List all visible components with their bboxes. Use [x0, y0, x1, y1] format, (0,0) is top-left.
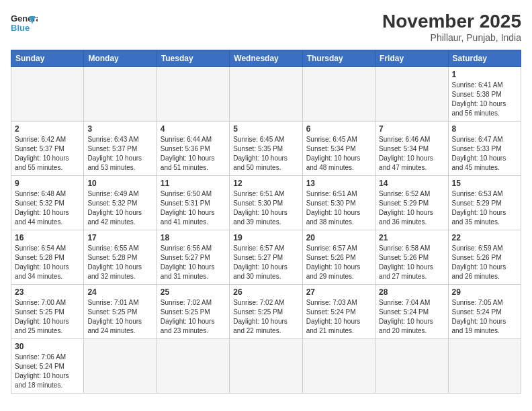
day-number: 20 — [306, 233, 371, 242]
day-info: Sunrise: 6:58 AM Sunset: 5:26 PM Dayligh… — [379, 244, 444, 281]
calendar-cell — [84, 339, 157, 394]
day-number: 2 — [15, 124, 80, 134]
day-info: Sunrise: 6:52 AM Sunset: 5:29 PM Dayligh… — [379, 189, 444, 227]
calendar-cell: 16Sunrise: 6:54 AM Sunset: 5:28 PM Dayli… — [11, 230, 84, 285]
calendar-cell — [230, 67, 302, 122]
day-info: Sunrise: 7:00 AM Sunset: 5:25 PM Dayligh… — [15, 298, 80, 336]
calendar-cell: 6Sunrise: 6:45 AM Sunset: 5:34 PM Daylig… — [302, 122, 375, 176]
day-number: 3 — [87, 124, 152, 134]
title-block: November 2025 Phillaur, Punjab, India — [382, 11, 521, 43]
day-info: Sunrise: 7:01 AM Sunset: 5:25 PM Dayligh… — [87, 298, 152, 336]
day-info: Sunrise: 7:02 AM Sunset: 5:25 PM Dayligh… — [233, 298, 298, 336]
calendar-cell — [157, 339, 229, 394]
calendar-cell — [230, 339, 302, 394]
day-info: Sunrise: 7:06 AM Sunset: 5:24 PM Dayligh… — [15, 353, 80, 390]
day-number: 1 — [452, 70, 517, 79]
weekday-header-tuesday: Tuesday — [157, 50, 229, 67]
calendar-cell: 30Sunrise: 7:06 AM Sunset: 5:24 PM Dayli… — [11, 339, 84, 394]
calendar-cell: 18Sunrise: 6:56 AM Sunset: 5:27 PM Dayli… — [157, 230, 229, 285]
calendar-cell: 1Sunrise: 6:41 AM Sunset: 5:38 PM Daylig… — [448, 67, 521, 122]
day-number: 28 — [379, 287, 444, 297]
calendar-cell: 13Sunrise: 6:51 AM Sunset: 5:30 PM Dayli… — [302, 176, 375, 230]
day-number: 9 — [15, 179, 80, 188]
day-number: 29 — [452, 287, 517, 297]
calendar-cell: 15Sunrise: 6:53 AM Sunset: 5:29 PM Dayli… — [448, 176, 521, 230]
calendar-cell — [11, 67, 84, 122]
weekday-header-friday: Friday — [375, 50, 448, 67]
calendar-cell: 4Sunrise: 6:44 AM Sunset: 5:36 PM Daylig… — [157, 122, 229, 176]
day-number: 19 — [233, 233, 298, 242]
location-subtitle: Phillaur, Punjab, India — [382, 32, 521, 43]
calendar-cell: 26Sunrise: 7:02 AM Sunset: 5:25 PM Dayli… — [230, 285, 302, 339]
calendar-header-row: SundayMondayTuesdayWednesdayThursdayFrid… — [11, 50, 521, 67]
calendar-cell — [157, 67, 229, 122]
calendar-cell: 28Sunrise: 7:04 AM Sunset: 5:24 PM Dayli… — [375, 285, 448, 339]
day-info: Sunrise: 6:43 AM Sunset: 5:37 PM Dayligh… — [87, 135, 152, 173]
logo-icon: General Blue — [11, 11, 38, 35]
calendar-cell — [302, 67, 375, 122]
day-number: 22 — [452, 233, 517, 242]
day-info: Sunrise: 6:57 AM Sunset: 5:27 PM Dayligh… — [233, 244, 298, 281]
weekday-header-monday: Monday — [84, 50, 157, 67]
day-number: 27 — [306, 287, 371, 297]
calendar-cell: 7Sunrise: 6:46 AM Sunset: 5:34 PM Daylig… — [375, 122, 448, 176]
month-year-title: November 2025 — [382, 11, 521, 32]
day-info: Sunrise: 6:42 AM Sunset: 5:37 PM Dayligh… — [15, 135, 80, 173]
day-info: Sunrise: 6:49 AM Sunset: 5:32 PM Dayligh… — [87, 189, 152, 227]
day-info: Sunrise: 6:45 AM Sunset: 5:34 PM Dayligh… — [306, 135, 371, 173]
day-number: 15 — [452, 179, 517, 188]
day-number: 6 — [306, 124, 371, 134]
day-number: 30 — [15, 342, 80, 351]
day-info: Sunrise: 6:53 AM Sunset: 5:29 PM Dayligh… — [452, 189, 517, 227]
day-info: Sunrise: 6:51 AM Sunset: 5:30 PM Dayligh… — [233, 189, 298, 227]
day-info: Sunrise: 6:46 AM Sunset: 5:34 PM Dayligh… — [379, 135, 444, 173]
calendar-cell — [84, 67, 157, 122]
day-number: 26 — [233, 287, 298, 297]
calendar-cell: 19Sunrise: 6:57 AM Sunset: 5:27 PM Dayli… — [230, 230, 302, 285]
day-info: Sunrise: 6:47 AM Sunset: 5:33 PM Dayligh… — [452, 135, 517, 173]
calendar-cell: 5Sunrise: 6:45 AM Sunset: 5:35 PM Daylig… — [230, 122, 302, 176]
day-info: Sunrise: 6:45 AM Sunset: 5:35 PM Dayligh… — [233, 135, 298, 173]
day-info: Sunrise: 6:48 AM Sunset: 5:32 PM Dayligh… — [15, 189, 80, 227]
day-info: Sunrise: 7:02 AM Sunset: 5:25 PM Dayligh… — [161, 298, 226, 336]
calendar-cell: 17Sunrise: 6:55 AM Sunset: 5:28 PM Dayli… — [84, 230, 157, 285]
day-info: Sunrise: 7:05 AM Sunset: 5:24 PM Dayligh… — [452, 298, 517, 336]
calendar-cell: 11Sunrise: 6:50 AM Sunset: 5:31 PM Dayli… — [157, 176, 229, 230]
weekday-header-thursday: Thursday — [302, 50, 375, 67]
day-number: 13 — [306, 179, 371, 188]
day-info: Sunrise: 6:56 AM Sunset: 5:27 PM Dayligh… — [161, 244, 226, 281]
day-info: Sunrise: 6:57 AM Sunset: 5:26 PM Dayligh… — [306, 244, 371, 281]
calendar-cell: 25Sunrise: 7:02 AM Sunset: 5:25 PM Dayli… — [157, 285, 229, 339]
day-info: Sunrise: 6:44 AM Sunset: 5:36 PM Dayligh… — [161, 135, 226, 173]
day-number: 24 — [87, 287, 152, 297]
day-info: Sunrise: 6:54 AM Sunset: 5:28 PM Dayligh… — [15, 244, 80, 281]
calendar-cell: 23Sunrise: 7:00 AM Sunset: 5:25 PM Dayli… — [11, 285, 84, 339]
day-number: 23 — [15, 287, 80, 297]
day-number: 12 — [233, 179, 298, 188]
day-info: Sunrise: 6:50 AM Sunset: 5:31 PM Dayligh… — [161, 189, 226, 227]
day-number: 25 — [161, 287, 226, 297]
svg-text:Blue: Blue — [11, 23, 30, 33]
calendar-cell: 14Sunrise: 6:52 AM Sunset: 5:29 PM Dayli… — [375, 176, 448, 230]
day-number: 10 — [87, 179, 152, 188]
day-info: Sunrise: 6:59 AM Sunset: 5:26 PM Dayligh… — [452, 244, 517, 281]
day-number: 7 — [379, 124, 444, 134]
weekday-header-wednesday: Wednesday — [230, 50, 302, 67]
calendar-cell: 24Sunrise: 7:01 AM Sunset: 5:25 PM Dayli… — [84, 285, 157, 339]
page-header: General Blue November 2025 Phillaur, Pun… — [11, 11, 521, 43]
day-info: Sunrise: 6:41 AM Sunset: 5:38 PM Dayligh… — [452, 81, 517, 118]
calendar-cell: 9Sunrise: 6:48 AM Sunset: 5:32 PM Daylig… — [11, 176, 84, 230]
calendar-cell: 27Sunrise: 7:03 AM Sunset: 5:24 PM Dayli… — [302, 285, 375, 339]
day-number: 17 — [87, 233, 152, 242]
day-info: Sunrise: 6:51 AM Sunset: 5:30 PM Dayligh… — [306, 189, 371, 227]
logo: General Blue — [11, 11, 38, 35]
calendar-cell: 20Sunrise: 6:57 AM Sunset: 5:26 PM Dayli… — [302, 230, 375, 285]
day-number: 18 — [161, 233, 226, 242]
calendar-cell: 12Sunrise: 6:51 AM Sunset: 5:30 PM Dayli… — [230, 176, 302, 230]
weekday-header-sunday: Sunday — [11, 50, 84, 67]
day-info: Sunrise: 7:03 AM Sunset: 5:24 PM Dayligh… — [306, 298, 371, 336]
calendar-table: SundayMondayTuesdayWednesdayThursdayFrid… — [11, 50, 521, 394]
day-number: 21 — [379, 233, 444, 242]
calendar-cell: 22Sunrise: 6:59 AM Sunset: 5:26 PM Dayli… — [448, 230, 521, 285]
calendar-cell — [302, 339, 375, 394]
